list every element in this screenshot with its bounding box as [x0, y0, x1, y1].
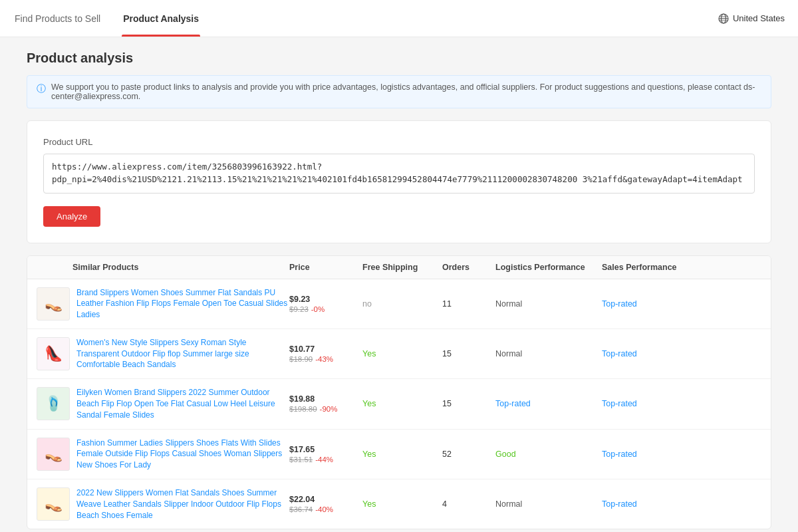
- free-shipping: Yes: [362, 349, 442, 358]
- logistics-performance: Normal: [495, 299, 602, 309]
- product-link[interactable]: Fashion Summer Ladies Slippers Shoes Fla…: [76, 438, 289, 471]
- product-link[interactable]: Women's New Style Slippers Sexy Roman St…: [76, 337, 289, 370]
- logistics-performance: Good: [495, 450, 602, 459]
- url-input[interactable]: [43, 154, 755, 194]
- product-thumbnail: 👡: [37, 487, 70, 521]
- product-link[interactable]: Eilyken Women Brand Slippers 2022 Summer…: [76, 387, 289, 420]
- price-discount: -0%: [311, 305, 325, 313]
- globe-icon: [718, 13, 729, 24]
- tab-find-products-label: Find Products to Sell: [15, 13, 100, 24]
- table-body: 👡 Brand Slippers Women Shoes Summer Flat…: [27, 279, 771, 529]
- price-cell: $17.65 $31.51 -44%: [289, 445, 362, 464]
- sales-performance: Top-rated: [602, 399, 695, 408]
- price-cell: $10.77 $18.90 -43%: [289, 344, 362, 363]
- product-thumbnail: 👠: [37, 337, 70, 370]
- table-row: 👡 Fashion Summer Ladies Slippers Shoes F…: [27, 430, 771, 479]
- free-shipping: Yes: [362, 450, 442, 459]
- price-discount: -43%: [315, 355, 333, 363]
- product-link[interactable]: 2022 New Slippers Women Flat Sandals Sho…: [76, 487, 289, 521]
- price-current: $19.88: [289, 394, 362, 404]
- price-current: $22.04: [289, 495, 362, 504]
- logistics-performance: Top-rated: [495, 399, 602, 408]
- free-shipping: no: [362, 299, 442, 309]
- price-original: $36.74: [289, 505, 313, 513]
- logistics-performance: Normal: [495, 349, 602, 358]
- top-nav: Find Products to Sell Product Analysis U…: [0, 0, 798, 37]
- product-cell: 👡 Fashion Summer Ladies Slippers Shoes F…: [37, 438, 289, 471]
- price-original: $9.23: [289, 305, 309, 313]
- orders-count: 15: [442, 399, 495, 408]
- price-current: $9.23: [289, 295, 362, 304]
- product-thumbnail: 👡: [37, 287, 70, 321]
- table-row: 🩴 Eilyken Women Brand Slippers 2022 Summ…: [27, 379, 771, 429]
- product-thumbnail: 👡: [37, 438, 70, 471]
- sales-performance: Top-rated: [602, 499, 695, 509]
- price-cell: $22.04 $36.74 -40%: [289, 495, 362, 513]
- price-cell: $9.23 $9.23 -0%: [289, 295, 362, 313]
- product-cell: 👡 Brand Slippers Women Shoes Summer Flat…: [37, 287, 289, 321]
- price-original-row: $36.74 -40%: [289, 505, 362, 513]
- url-card: Product URL Analyze: [27, 120, 771, 243]
- tab-product-analysis[interactable]: Product Analysis: [122, 0, 200, 37]
- region-selector[interactable]: United States: [718, 13, 785, 24]
- product-cell: 🩴 Eilyken Women Brand Slippers 2022 Summ…: [37, 387, 289, 420]
- price-original-row: $198.80 -90%: [289, 405, 362, 413]
- free-shipping: Yes: [362, 499, 442, 509]
- orders-count: 52: [442, 450, 495, 459]
- info-text: We support you to paste product links to…: [51, 82, 761, 101]
- price-discount: -40%: [315, 505, 333, 513]
- product-cell: 👠 Women's New Style Slippers Sexy Roman …: [37, 337, 289, 370]
- table-row: 👡 Brand Slippers Women Shoes Summer Flat…: [27, 279, 771, 329]
- col-similar-products: Similar Products: [37, 263, 289, 272]
- col-price: Price: [289, 263, 362, 272]
- tab-find-products[interactable]: Find Products to Sell: [13, 0, 102, 37]
- region-label: United States: [733, 13, 785, 23]
- price-discount: -90%: [320, 405, 338, 413]
- page-title: Product analysis: [27, 51, 771, 66]
- free-shipping: Yes: [362, 399, 442, 408]
- price-current: $10.77: [289, 344, 362, 354]
- price-original: $18.90: [289, 355, 313, 363]
- url-label: Product URL: [43, 137, 755, 147]
- col-logistics: Logistics Performance: [495, 263, 602, 272]
- col-free-shipping: Free Shipping: [362, 263, 442, 272]
- orders-count: 4: [442, 499, 495, 509]
- info-icon: ⓘ: [37, 83, 46, 95]
- analyze-button[interactable]: Analyze: [43, 206, 100, 227]
- price-original: $198.80: [289, 405, 317, 413]
- col-sales: Sales Performance: [602, 263, 695, 272]
- table-row: 👠 Women's New Style Slippers Sexy Roman …: [27, 329, 771, 379]
- orders-count: 15: [442, 349, 495, 358]
- table-row: 👡 2022 New Slippers Women Flat Sandals S…: [27, 479, 771, 529]
- table-header: Similar Products Price Free Shipping Ord…: [27, 256, 771, 279]
- price-cell: $19.88 $198.80 -90%: [289, 394, 362, 413]
- orders-count: 11: [442, 299, 495, 309]
- price-original: $31.51: [289, 456, 313, 464]
- page-content: Product analysis ⓘ We support you to pas…: [13, 37, 785, 532]
- price-current: $17.65: [289, 445, 362, 454]
- info-banner: ⓘ We support you to paste product links …: [27, 75, 771, 108]
- price-original-row: $18.90 -43%: [289, 355, 362, 363]
- product-cell: 👡 2022 New Slippers Women Flat Sandals S…: [37, 487, 289, 521]
- product-link[interactable]: Brand Slippers Women Shoes Summer Flat S…: [76, 287, 289, 321]
- col-orders: Orders: [442, 263, 495, 272]
- price-discount: -44%: [315, 456, 333, 464]
- sales-performance: Top-rated: [602, 349, 695, 358]
- nav-tabs: Find Products to Sell Product Analysis: [13, 0, 200, 37]
- sales-performance: Top-rated: [602, 450, 695, 459]
- sales-performance: Top-rated: [602, 299, 695, 309]
- product-thumbnail: 🩴: [37, 387, 70, 420]
- logistics-performance: Normal: [495, 499, 602, 509]
- similar-products-table: Similar Products Price Free Shipping Ord…: [27, 255, 771, 530]
- price-original-row: $31.51 -44%: [289, 456, 362, 464]
- price-original-row: $9.23 -0%: [289, 305, 362, 313]
- tab-product-analysis-label: Product Analysis: [123, 13, 199, 24]
